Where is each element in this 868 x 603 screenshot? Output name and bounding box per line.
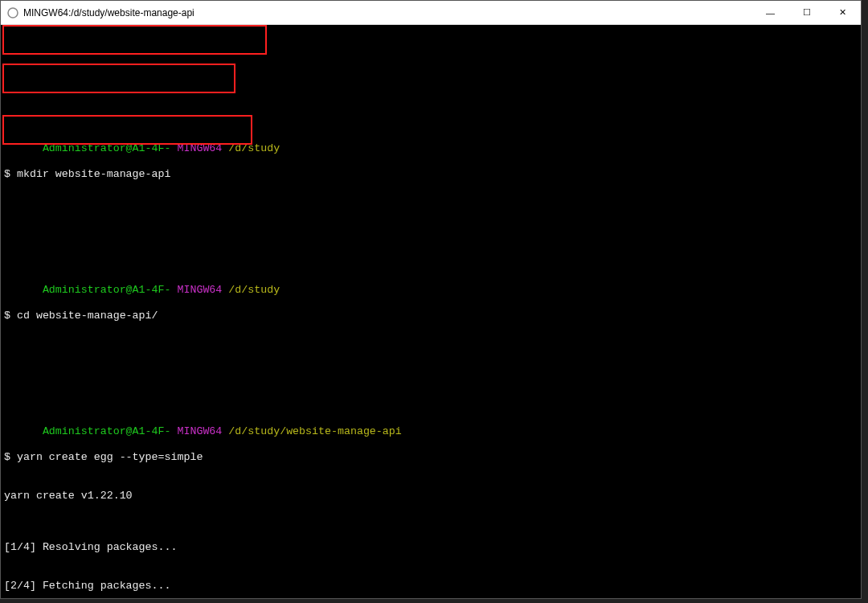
prompt-host: MINGW64	[177, 142, 222, 154]
cmd-cd: $ cd website-manage-api/	[4, 310, 858, 322]
progress-line: [2/4] Fetching packages...	[4, 580, 858, 593]
prompt-line: Administrator@A1-4F- MINGW64 /d/study/we…	[4, 412, 858, 425]
svg-rect-0	[8, 8, 18, 18]
titlebar[interactable]: MINGW64:/d/study/website-manage-api — ☐ …	[1, 1, 861, 25]
window-controls: — ☐ ✕	[752, 1, 861, 24]
app-icon	[7, 7, 18, 18]
cmd-yarn: $ yarn create egg --type=simple	[4, 451, 858, 464]
yarn-version: yarn create v1.22.10	[4, 490, 858, 503]
window-title: MINGW64:/d/study/website-manage-api	[23, 7, 194, 18]
maximize-button[interactable]: ☐	[788, 1, 825, 24]
prompt-path: /d/study	[228, 142, 280, 154]
close-button[interactable]: ✕	[825, 1, 861, 24]
prompt-user: Administrator@A1-4F-	[43, 142, 171, 154]
highlight-box-1	[2, 25, 267, 55]
terminal-window: MINGW64:/d/study/website-manage-api — ☐ …	[0, 0, 862, 599]
progress-line: [1/4] Resolving packages...	[4, 541, 858, 554]
cmd-mkdir: $ mkdir website-manage-api	[4, 168, 858, 181]
prompt-line: Administrator@A1-4F- MINGW64 /d/study	[4, 129, 858, 142]
highlight-box-2	[2, 64, 235, 93]
terminal-area[interactable]: Administrator@A1-4F- MINGW64 /d/study $ …	[1, 25, 861, 598]
minimize-button[interactable]: —	[752, 1, 788, 24]
prompt-line: Administrator@A1-4F- MINGW64 /d/study	[4, 271, 858, 284]
